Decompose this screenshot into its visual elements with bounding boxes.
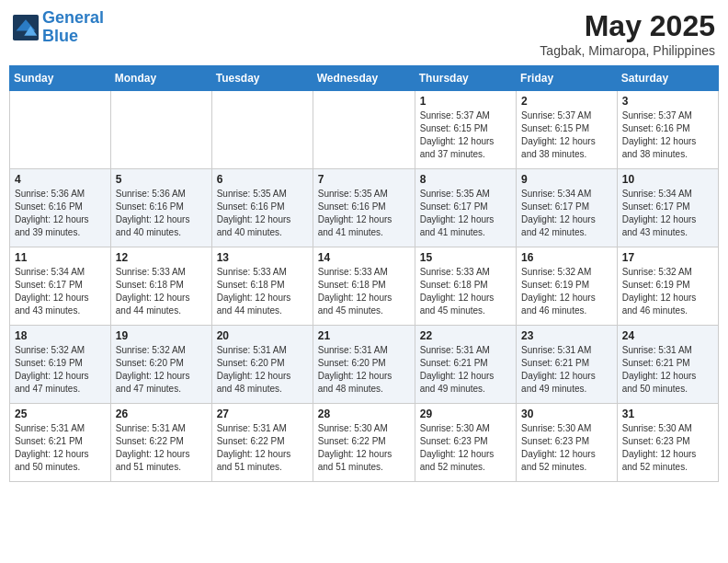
day-number: 6: [217, 173, 308, 186]
calendar-day-header: Wednesday: [313, 66, 415, 91]
day-number: 5: [116, 173, 207, 186]
calendar-cell: 11Sunrise: 5:34 AM Sunset: 6:17 PM Dayli…: [10, 247, 111, 326]
calendar-cell: 12Sunrise: 5:33 AM Sunset: 6:18 PM Dayli…: [110, 247, 211, 326]
day-info: Sunrise: 5:31 AM Sunset: 6:20 PM Dayligh…: [217, 344, 308, 396]
day-number: 28: [318, 408, 410, 420]
day-info: Sunrise: 5:37 AM Sunset: 6:15 PM Dayligh…: [420, 109, 511, 161]
calendar-cell: 7Sunrise: 5:35 AM Sunset: 6:16 PM Daylig…: [313, 169, 415, 247]
calendar-header-row: SundayMondayTuesdayWednesdayThursdayFrid…: [10, 66, 719, 91]
calendar-cell: 13Sunrise: 5:33 AM Sunset: 6:18 PM Dayli…: [211, 247, 313, 326]
day-number: 30: [521, 408, 612, 420]
day-number: 25: [15, 408, 106, 420]
calendar-week-row: 25Sunrise: 5:31 AM Sunset: 6:21 PM Dayli…: [10, 404, 719, 482]
day-info: Sunrise: 5:31 AM Sunset: 6:22 PM Dayligh…: [116, 422, 207, 474]
day-info: Sunrise: 5:36 AM Sunset: 6:16 PM Dayligh…: [15, 188, 106, 239]
day-number: 31: [622, 408, 713, 420]
calendar-table: SundayMondayTuesdayWednesdayThursdayFrid…: [9, 65, 719, 482]
day-info: Sunrise: 5:35 AM Sunset: 6:16 PM Dayligh…: [318, 188, 410, 239]
day-info: Sunrise: 5:37 AM Sunset: 6:16 PM Dayligh…: [622, 109, 713, 161]
day-number: 3: [622, 95, 713, 108]
day-info: Sunrise: 5:32 AM Sunset: 6:19 PM Dayligh…: [521, 266, 612, 317]
calendar-cell: 9Sunrise: 5:34 AM Sunset: 6:17 PM Daylig…: [517, 169, 618, 247]
day-info: Sunrise: 5:31 AM Sunset: 6:21 PM Dayligh…: [521, 344, 612, 396]
calendar-week-row: 11Sunrise: 5:34 AM Sunset: 6:17 PM Dayli…: [10, 247, 719, 326]
calendar-cell: 23Sunrise: 5:31 AM Sunset: 6:21 PM Dayli…: [517, 326, 618, 404]
day-info: Sunrise: 5:35 AM Sunset: 6:16 PM Dayligh…: [217, 188, 308, 239]
day-info: Sunrise: 5:33 AM Sunset: 6:18 PM Dayligh…: [217, 266, 308, 317]
day-number: 20: [217, 329, 308, 342]
calendar-cell: 14Sunrise: 5:33 AM Sunset: 6:18 PM Dayli…: [313, 247, 415, 326]
logo: General Blue: [13, 9, 104, 46]
calendar-cell: 28Sunrise: 5:30 AM Sunset: 6:22 PM Dayli…: [313, 404, 415, 482]
day-info: Sunrise: 5:31 AM Sunset: 6:21 PM Dayligh…: [15, 422, 106, 474]
calendar-cell: [313, 91, 415, 169]
calendar-day-header: Saturday: [617, 66, 718, 91]
calendar-cell: 6Sunrise: 5:35 AM Sunset: 6:16 PM Daylig…: [211, 169, 313, 247]
day-info: Sunrise: 5:31 AM Sunset: 6:21 PM Dayligh…: [420, 344, 511, 396]
day-number: 27: [217, 408, 308, 420]
day-number: 2: [521, 95, 612, 108]
calendar-day-header: Sunday: [10, 66, 111, 91]
calendar-week-row: 1Sunrise: 5:37 AM Sunset: 6:15 PM Daylig…: [10, 91, 719, 169]
day-info: Sunrise: 5:30 AM Sunset: 6:23 PM Dayligh…: [420, 422, 511, 474]
day-number: 15: [420, 251, 511, 264]
calendar-week-row: 4Sunrise: 5:36 AM Sunset: 6:16 PM Daylig…: [10, 169, 719, 247]
day-info: Sunrise: 5:34 AM Sunset: 6:17 PM Dayligh…: [15, 266, 106, 317]
day-number: 1: [420, 95, 511, 108]
calendar-cell: 25Sunrise: 5:31 AM Sunset: 6:21 PM Dayli…: [10, 404, 111, 482]
calendar-cell: 4Sunrise: 5:36 AM Sunset: 6:16 PM Daylig…: [10, 169, 111, 247]
calendar-cell: 20Sunrise: 5:31 AM Sunset: 6:20 PM Dayli…: [211, 326, 313, 404]
day-number: 18: [15, 329, 106, 342]
day-info: Sunrise: 5:36 AM Sunset: 6:16 PM Dayligh…: [116, 188, 207, 239]
calendar-cell: 15Sunrise: 5:33 AM Sunset: 6:18 PM Dayli…: [415, 247, 516, 326]
calendar-day-header: Tuesday: [211, 66, 313, 91]
day-info: Sunrise: 5:34 AM Sunset: 6:17 PM Dayligh…: [521, 188, 612, 239]
day-number: 10: [622, 173, 713, 186]
day-info: Sunrise: 5:30 AM Sunset: 6:23 PM Dayligh…: [521, 422, 612, 474]
calendar-cell: 17Sunrise: 5:32 AM Sunset: 6:19 PM Dayli…: [617, 247, 718, 326]
calendar-cell: 29Sunrise: 5:30 AM Sunset: 6:23 PM Dayli…: [415, 404, 516, 482]
day-number: 29: [420, 408, 511, 420]
title-block: May 2025 Tagbak, Mimaropa, Philippines: [540, 9, 715, 58]
logo-general: General: [42, 8, 104, 27]
calendar-cell: 30Sunrise: 5:30 AM Sunset: 6:23 PM Dayli…: [517, 404, 618, 482]
day-number: 13: [217, 251, 308, 264]
day-info: Sunrise: 5:32 AM Sunset: 6:19 PM Dayligh…: [622, 266, 713, 317]
day-number: 14: [318, 251, 410, 264]
calendar-cell: 3Sunrise: 5:37 AM Sunset: 6:16 PM Daylig…: [617, 91, 718, 169]
logo-blue: Blue: [42, 27, 78, 45]
day-number: 7: [318, 173, 410, 186]
calendar-cell: 2Sunrise: 5:37 AM Sunset: 6:15 PM Daylig…: [517, 91, 618, 169]
day-info: Sunrise: 5:31 AM Sunset: 6:21 PM Dayligh…: [622, 344, 713, 396]
day-number: 23: [521, 329, 612, 342]
day-info: Sunrise: 5:35 AM Sunset: 6:17 PM Dayligh…: [420, 188, 511, 239]
day-number: 19: [116, 329, 207, 342]
calendar-cell: 19Sunrise: 5:32 AM Sunset: 6:20 PM Dayli…: [110, 326, 211, 404]
logo-icon: [13, 15, 39, 40]
calendar-day-header: Thursday: [415, 66, 516, 91]
calendar-week-row: 18Sunrise: 5:32 AM Sunset: 6:19 PM Dayli…: [10, 326, 719, 404]
calendar-cell: [110, 91, 211, 169]
day-number: 8: [420, 173, 511, 186]
day-info: Sunrise: 5:30 AM Sunset: 6:23 PM Dayligh…: [622, 422, 713, 474]
calendar-cell: 5Sunrise: 5:36 AM Sunset: 6:16 PM Daylig…: [110, 169, 211, 247]
calendar-cell: 18Sunrise: 5:32 AM Sunset: 6:19 PM Dayli…: [10, 326, 111, 404]
calendar-cell: 10Sunrise: 5:34 AM Sunset: 6:17 PM Dayli…: [617, 169, 718, 247]
day-info: Sunrise: 5:34 AM Sunset: 6:17 PM Dayligh…: [622, 188, 713, 239]
calendar-cell: 27Sunrise: 5:31 AM Sunset: 6:22 PM Dayli…: [211, 404, 313, 482]
calendar-cell: [211, 91, 313, 169]
calendar-day-header: Friday: [517, 66, 618, 91]
day-info: Sunrise: 5:31 AM Sunset: 6:22 PM Dayligh…: [217, 422, 308, 474]
day-number: 12: [116, 251, 207, 264]
day-info: Sunrise: 5:33 AM Sunset: 6:18 PM Dayligh…: [318, 266, 410, 317]
day-info: Sunrise: 5:30 AM Sunset: 6:22 PM Dayligh…: [318, 422, 410, 474]
page-header: General Blue May 2025 Tagbak, Mimaropa, …: [9, 9, 719, 58]
calendar-cell: [10, 91, 111, 169]
day-number: 22: [420, 329, 511, 342]
calendar-cell: 24Sunrise: 5:31 AM Sunset: 6:21 PM Dayli…: [617, 326, 718, 404]
day-number: 21: [318, 329, 410, 342]
day-number: 26: [116, 408, 207, 420]
calendar-cell: 21Sunrise: 5:31 AM Sunset: 6:20 PM Dayli…: [313, 326, 415, 404]
day-number: 24: [622, 329, 713, 342]
calendar-body: 1Sunrise: 5:37 AM Sunset: 6:15 PM Daylig…: [10, 91, 719, 482]
